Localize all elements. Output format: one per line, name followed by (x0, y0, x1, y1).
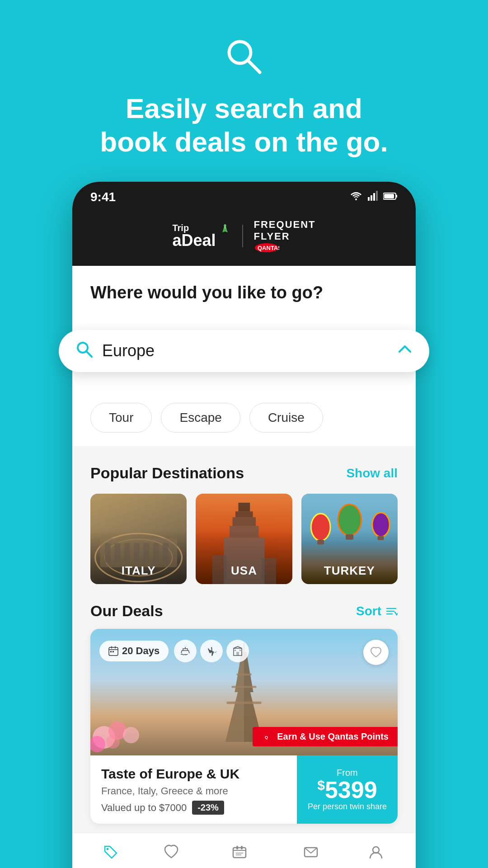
signal-icon (368, 191, 378, 203)
deals-title: Our Deals (90, 602, 163, 620)
svg-line-3 (87, 352, 92, 357)
heart-icon (370, 646, 382, 659)
hero-search-icon (224, 36, 264, 83)
hotel-icon-badge (226, 640, 249, 662)
deal-icon-badges (174, 640, 249, 662)
svg-point-4 (355, 198, 357, 200)
deal-discount: -23% (192, 801, 224, 815)
nav-contact[interactable]: Contact (294, 844, 328, 868)
svg-rect-70 (236, 846, 238, 849)
flyer-text: FLYER (254, 231, 316, 242)
search-bar[interactable] (59, 330, 429, 372)
svg-rect-60 (236, 652, 239, 656)
battery-icon (383, 191, 398, 203)
deal-value-row: Valued up to $7000 -23% (101, 801, 286, 815)
price-value: 5399 (325, 777, 377, 803)
svg-rect-57 (113, 651, 114, 652)
hero-section: Easily search and book deals on the go. (73, 0, 415, 173)
svg-rect-62 (239, 650, 241, 651)
status-bar: 9:41 (72, 182, 416, 210)
plane-icon-badge (200, 640, 223, 662)
svg-rect-18 (114, 543, 120, 563)
bookings-icon (231, 844, 248, 864)
phone-body: 9:41 (72, 182, 416, 868)
profile-icon (368, 844, 384, 864)
brand-logo: Trip aDeal FREQUENT (172, 219, 315, 253)
svg-point-67 (107, 848, 109, 850)
destinations-header: Popular Destinations Show all (90, 464, 398, 482)
deal-text: Taste of Europe & UK France, Italy, Gree… (90, 755, 297, 824)
deal-name: Taste of Europe & UK (101, 766, 286, 782)
destinations-section: Popular Destinations Show all (72, 446, 416, 593)
deal-destinations: France, Italy, Greece & more (101, 785, 286, 797)
hero-title: Easily search and book deals on the go. (73, 92, 415, 159)
svg-rect-46 (237, 674, 252, 675)
nav-saved[interactable]: Saved (157, 844, 185, 868)
svg-rect-44 (227, 702, 262, 704)
svg-rect-10 (396, 195, 397, 198)
svg-rect-29 (212, 555, 226, 584)
nav-deals[interactable]: Deals (98, 844, 123, 868)
frequent-flyer-brand: FREQUENT FLYER QANTAS (254, 219, 316, 253)
destination-turkey[interactable]: TURKEY (301, 494, 398, 584)
frequent-text: FREQUENT (254, 219, 316, 231)
sort-button[interactable]: Sort (356, 604, 398, 618)
deal-info-row: Taste of Europe & UK France, Italy, Gree… (90, 755, 398, 824)
svg-rect-27 (230, 526, 258, 538)
svg-rect-25 (235, 512, 253, 518)
phone-frame: 9:41 (72, 182, 416, 868)
destinations-grid: ITALY (90, 494, 398, 584)
svg-point-49 (123, 727, 139, 743)
turkey-label: TURKEY (324, 564, 375, 584)
svg-rect-71 (241, 846, 243, 849)
svg-rect-19 (124, 543, 130, 563)
svg-rect-61 (235, 650, 236, 651)
days-badge-label: 20 Days (122, 645, 160, 657)
destination-italy[interactable]: ITALY (90, 494, 187, 584)
nav-profile[interactable]: Profile (361, 844, 389, 868)
brand-deal: aDeal (172, 232, 216, 249)
search-input[interactable] (102, 341, 388, 360)
category-tour[interactable]: Tour (90, 403, 152, 433)
category-escape[interactable]: Escape (161, 403, 240, 433)
svg-rect-6 (371, 195, 372, 201)
nav-bookings[interactable]: Bookings (219, 844, 260, 868)
balloons-icon (301, 503, 398, 566)
wishlist-button[interactable] (363, 640, 389, 665)
flowers-decoration (90, 710, 181, 755)
deal-per-person: Per person twin share (308, 802, 387, 812)
svg-rect-21 (143, 543, 149, 563)
svg-rect-22 (153, 543, 159, 563)
ship-icon-badge (174, 640, 197, 662)
status-time: 9:41 (90, 190, 116, 204)
search-prompt: Where would you like to go? (90, 282, 398, 304)
svg-rect-23 (163, 543, 169, 563)
deal-valued: Valued up to $7000 (101, 802, 187, 814)
sort-label: Sort (356, 604, 381, 618)
deals-icon (103, 844, 119, 864)
ship-icon (180, 646, 191, 656)
deals-header: Our Deals Sort (90, 602, 398, 620)
svg-rect-11 (384, 194, 394, 198)
destination-usa[interactable]: USA (196, 494, 292, 584)
currency-symbol: $ (317, 777, 325, 792)
app-header: Trip aDeal FREQUENT (72, 210, 416, 266)
svg-rect-56 (110, 651, 112, 652)
chevron-up-icon[interactable] (397, 341, 413, 361)
deal-price: $5399 (317, 778, 377, 802)
plane-icon (206, 646, 217, 656)
bottom-nav: Deals Saved (72, 833, 416, 868)
svg-rect-8 (376, 191, 378, 201)
svg-rect-36 (346, 534, 353, 540)
sort-icon (385, 605, 398, 618)
svg-rect-33 (317, 540, 324, 545)
category-cruise[interactable]: Cruise (249, 403, 323, 433)
show-all-link[interactable]: Show all (346, 466, 398, 481)
qantas-points-banner: Q Earn & Use Qantas Points (253, 727, 398, 746)
usa-label: USA (231, 564, 257, 584)
svg-rect-26 (232, 517, 255, 526)
qantas-logo-small: Q (263, 732, 273, 742)
brand-divider (242, 225, 243, 247)
contact-icon (303, 844, 319, 864)
search-bar-wrapper (59, 330, 429, 372)
